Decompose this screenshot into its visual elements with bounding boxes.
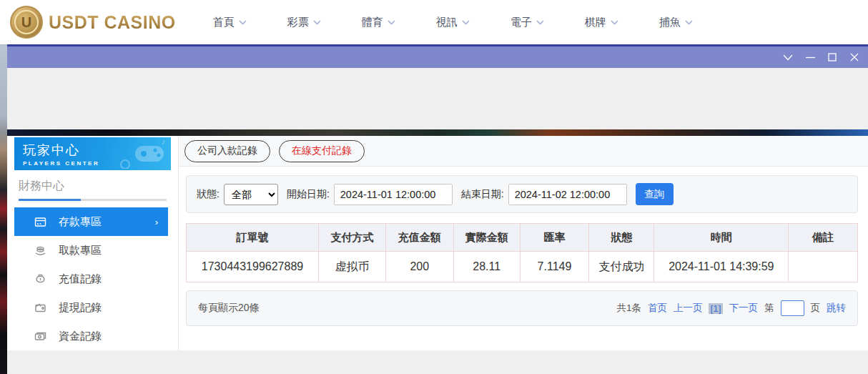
sidebar-menu: 存款專區 › 取款專區 充值記錄 提現記錄 [7,207,178,350]
sidebar-section-title: 財務中心 [19,179,167,194]
recharge-moneybag-icon [34,273,46,285]
nav-item-lottery[interactable]: 彩票 [287,16,321,29]
main-panel: 公司入款記錄 在線支付記錄 狀態: 全部 開始日期: 結束日期: 查詢 [179,136,868,350]
page-size-text: 每頁顯示20條 [198,302,260,315]
logo-coin-letter: U [14,10,39,34]
nav-item-label: 彩票 [287,16,309,29]
sidebar-item-fund-records[interactable]: 資金記錄 [14,322,168,350]
chevron-down-icon [536,20,544,25]
next-page-link[interactable]: 下一页 [729,302,759,315]
sidebar-item-label: 存款專區 [59,215,102,229]
site-navbar: U USDT CASINO 首頁 彩票 體育 視訊 電子 棋牌 捕魚 [0,0,868,44]
logo-coin-icon: U [10,6,43,39]
cell-time: 2024-11-01 14:39:59 [654,252,789,282]
nav-item-label: 捕魚 [659,16,681,29]
window-minimize-icon[interactable] [804,51,817,64]
col-time: 時間 [654,224,789,252]
chevron-right-icon: › [155,217,158,227]
nav-item-chess[interactable]: 棋牌 [585,16,618,29]
first-page-link[interactable]: 首页 [648,302,667,315]
nav-item-sports[interactable]: 體育 [362,16,395,29]
table-header-row: 訂單號 支付方式 充值金額 實際金額 匯率 狀態 時間 備註 [187,224,858,252]
total-count-text: 共1条 [616,302,641,315]
sidebar-header: 玩家中心 PLAYERS CENTER [14,137,171,170]
filter-bar: 狀態: 全部 開始日期: 結束日期: 查詢 [186,175,858,213]
table-row: 1730443199627889 虚拟币 200 28.11 7.1149 支付… [187,252,858,282]
main-menu: 首頁 彩票 體育 視訊 電子 棋牌 捕魚 [213,16,693,29]
col-actual-amount: 實際金額 [453,224,520,252]
window-collapse-icon[interactable] [781,51,794,64]
window-maximize-icon[interactable] [826,51,839,64]
cell-actual-amount: 28.11 [453,252,520,282]
sidebar-item-recharge-records[interactable]: 充值記錄 [14,265,168,293]
records-content: 狀態: 全部 開始日期: 結束日期: 查詢 訂單號 支付方式 充值金額 實際金額 [179,167,868,326]
end-date-input[interactable] [508,184,627,205]
sidebar-item-label: 提現記錄 [59,301,102,315]
sidebar-section-underline [19,199,167,201]
sidebar-item-label: 資金記錄 [59,330,102,343]
nav-item-video[interactable]: 視訊 [436,16,470,29]
sidebar: 玩家中心 PLAYERS CENTER 財務中心 存款專區 [7,136,179,350]
site-logo[interactable]: U USDT CASINO [10,6,176,39]
prev-page-link[interactable]: 上一页 [674,302,703,315]
background-photo-edge [0,44,7,374]
nav-item-home[interactable]: 首頁 [213,16,247,29]
col-exchange-rate: 匯率 [520,224,589,252]
gamepad-icon [115,140,167,169]
chevron-down-icon [388,20,395,25]
nav-item-fishing[interactable]: 捕魚 [659,16,693,29]
logo-text: USDT CASINO [49,12,176,33]
sidebar-item-withdraw[interactable]: 取款專區 [14,236,168,265]
col-order-number: 訂單號 [187,224,319,252]
nav-item-label: 電子 [511,16,532,29]
chevron-down-icon [239,20,247,25]
cell-order-number: 1730443199627889 [187,252,319,282]
col-payment-method: 支付方式 [318,224,385,252]
search-button[interactable]: 查詢 [636,183,674,205]
end-date-label: 結束日期: [461,188,504,201]
nav-item-label: 棋牌 [585,16,606,29]
sidebar-item-label: 取款專區 [59,244,102,257]
record-tabs: 公司入款記錄 在線支付記錄 [179,136,868,167]
window-titlebar [7,44,868,68]
background-banner-edge [7,129,868,136]
cell-remark [789,252,858,282]
chevron-down-icon [685,20,693,25]
nav-item-label: 體育 [362,16,383,29]
sidebar-item-withdrawal-records[interactable]: 提現記錄 [14,293,168,322]
col-recharge-amount: 充值金額 [385,224,453,252]
chevron-down-icon [462,20,470,25]
window-body-blank [7,68,868,129]
nav-item-label: 視訊 [436,16,458,29]
player-center-frame: 玩家中心 PLAYERS CENTER 財務中心 存款專區 [7,136,868,350]
cell-exchange-rate: 7.1149 [520,252,589,282]
tab-company-deposit-records[interactable]: 公司入款記錄 [184,140,270,162]
cell-payment-method: 虚拟币 [318,252,385,282]
sidebar-item-label: 充值記錄 [59,272,102,286]
jump-prefix-label: 第 [764,302,774,315]
pagination-controls: 共1条 首页 上一页 [1] 下一页 第 页 跳转 [616,300,846,316]
chevron-down-icon [611,20,618,25]
nav-item-slots[interactable]: 電子 [511,16,544,29]
cell-recharge-amount: 200 [385,252,453,282]
tab-online-payment-records[interactable]: 在線支付記錄 [279,140,365,162]
page-number-input[interactable] [781,300,804,316]
deposit-card-icon [34,216,46,228]
withdrawal-wallet-icon [34,302,46,314]
payment-records-table: 訂單號 支付方式 充值金額 實際金額 匯率 狀態 時間 備註 173044319… [186,223,858,282]
col-remark: 備註 [789,224,858,252]
pagination-bar: 每頁顯示20條 共1条 首页 上一页 [1] 下一页 第 页 跳转 [186,290,858,326]
start-date-input[interactable] [334,184,453,205]
funds-banknote-icon [34,330,46,343]
window-close-icon[interactable] [848,51,861,64]
jump-page-link[interactable]: 跳转 [827,302,846,315]
current-page-indicator: [1] [709,303,722,314]
start-date-label: 開始日期: [287,188,330,201]
jump-suffix-label: 页 [811,302,821,315]
status-label: 狀態: [197,188,220,201]
col-status: 狀態 [589,224,654,252]
sidebar-item-deposit[interactable]: 存款專區 › [14,207,168,236]
cell-status: 支付成功 [589,252,654,282]
status-select[interactable]: 全部 [224,184,278,205]
window-footer-blank [7,350,868,374]
